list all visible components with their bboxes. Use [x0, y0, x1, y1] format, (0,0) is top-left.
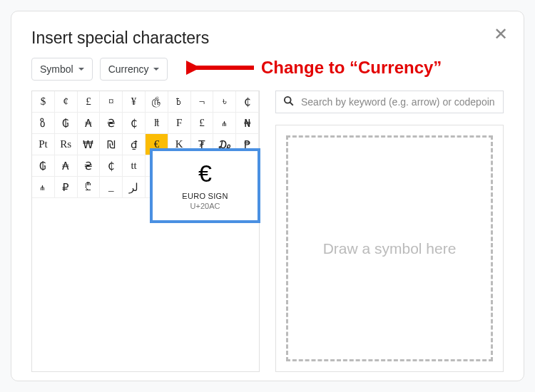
character-cell[interactable]: _ — [100, 177, 123, 198]
right-pane: Draw a symbol here — [275, 91, 504, 372]
character-cell[interactable]: ₫ — [123, 134, 146, 155]
tooltip-glyph: € — [158, 160, 252, 187]
character-cell[interactable]: ₽ — [55, 177, 78, 198]
character-cell[interactable]: £ — [78, 91, 101, 113]
character-cell[interactable]: ₳ — [55, 155, 78, 177]
character-cell[interactable]: ₪ — [100, 134, 123, 155]
chevron-down-icon — [78, 68, 84, 71]
special-characters-dialog: ✕ Insert special characters Symbol Curre… — [11, 11, 524, 381]
character-cell[interactable]: ₾ — [78, 177, 101, 198]
category-label: Symbol — [40, 63, 73, 75]
character-cell[interactable]: ₳ — [78, 113, 101, 134]
close-button[interactable]: ✕ — [494, 24, 508, 44]
character-cell[interactable]: $ — [32, 91, 55, 113]
character-cell[interactable]: ₵ — [123, 113, 146, 134]
svg-point-1 — [285, 97, 291, 103]
character-cell[interactable]: ₵ — [100, 155, 123, 177]
subcategory-dropdown[interactable]: Currency — [100, 58, 168, 81]
character-cell[interactable]: £ — [191, 113, 214, 134]
search-box[interactable] — [275, 91, 504, 113]
character-cell[interactable]: ₼ — [32, 177, 55, 198]
character-tooltip: € EURO SIGN U+20AC — [150, 148, 260, 223]
draw-placeholder: Draw a symbol here — [323, 240, 457, 257]
dropdown-row: Symbol Currency — [31, 58, 504, 81]
character-cell[interactable]: ₴ — [78, 155, 101, 177]
character-cell[interactable]: ზ — [32, 113, 55, 134]
character-cell[interactable]: ₲ — [55, 113, 78, 134]
character-cell[interactable]: Rs — [55, 134, 78, 155]
character-cell[interactable]: ߿ — [168, 91, 191, 113]
character-cell[interactable]: ¥ — [123, 91, 146, 113]
character-cell[interactable]: ₼ — [213, 113, 236, 134]
character-cell[interactable]: ৳ — [213, 91, 236, 113]
character-cell[interactable]: ¢ — [55, 91, 78, 113]
character-cell[interactable]: tt — [123, 155, 146, 177]
subcategory-label: Currency — [108, 63, 149, 75]
search-icon — [283, 96, 294, 108]
character-cell[interactable]: F — [168, 113, 191, 134]
tooltip-name: EURO SIGN — [158, 192, 252, 200]
character-cell[interactable]: لر — [123, 177, 146, 198]
character-cell[interactable]: ₶ — [146, 113, 168, 134]
character-grid-pane: $¢£¤¥௹߿¬৳₵ზ₲₳₴₵₶F£₼₦PtRs₩₪₫€K₮₯₱₲₳₴₵tt₷₸… — [31, 91, 260, 372]
chevron-down-icon — [153, 68, 159, 71]
tooltip-codepoint: U+20AC — [158, 202, 252, 210]
close-icon: ✕ — [494, 24, 508, 43]
character-cell[interactable]: ௹ — [146, 91, 168, 113]
character-cell[interactable]: ₩ — [78, 134, 101, 155]
draw-box: Draw a symbol here — [275, 125, 504, 372]
character-cell[interactable]: ₦ — [236, 113, 259, 134]
dialog-title: Insert special characters — [31, 29, 504, 48]
category-dropdown[interactable]: Symbol — [31, 58, 93, 81]
character-cell[interactable]: ¬ — [191, 91, 214, 113]
character-cell[interactable]: ₴ — [100, 113, 123, 134]
draw-canvas[interactable]: Draw a symbol here — [286, 135, 493, 361]
svg-line-2 — [290, 102, 292, 105]
character-cell[interactable]: ₵ — [236, 91, 259, 113]
content-row: $¢£¤¥௹߿¬৳₵ზ₲₳₴₵₶F£₼₦PtRs₩₪₫€K₮₯₱₲₳₴₵tt₷₸… — [31, 91, 504, 372]
search-input[interactable] — [300, 96, 496, 108]
character-cell[interactable]: ₲ — [32, 155, 55, 177]
character-cell[interactable]: ¤ — [100, 91, 123, 113]
character-cell[interactable]: Pt — [32, 134, 55, 155]
